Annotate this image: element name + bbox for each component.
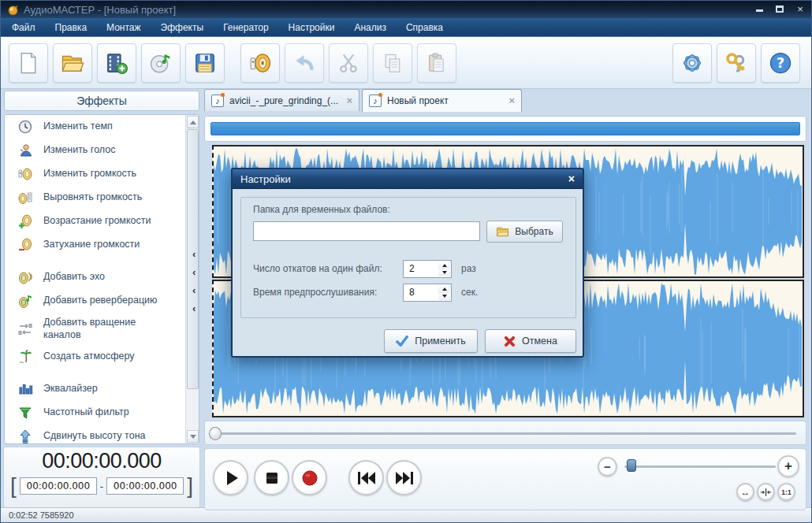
spinner-up-icon[interactable] [438, 262, 450, 269]
volume-fade-in-icon [17, 213, 33, 229]
effect-item-reverb[interactable]: Добавить реверберацию [5, 289, 199, 313]
spinner-down-icon[interactable] [438, 293, 450, 301]
undo-button[interactable] [285, 43, 324, 83]
collapse-panel-chevron-icon[interactable]: ‹ [192, 249, 200, 260]
open-folder-icon [61, 51, 84, 75]
minimize-button[interactable] [753, 4, 765, 15]
menu-help[interactable]: Справка [406, 22, 443, 33]
close-button[interactable]: × [794, 4, 806, 15]
zoom-in-button[interactable]: + [777, 455, 799, 477]
zoom-slider-track[interactable] [624, 466, 776, 468]
effect-item-volume[interactable]: Изменить громкость [5, 162, 199, 186]
maximize-button[interactable] [773, 4, 786, 15]
selection-end-field[interactable] [106, 477, 184, 495]
zoom-one-to-one-button[interactable]: 1:1 [777, 483, 795, 501]
spinner-up-icon[interactable] [438, 285, 450, 293]
track-overview-bar[interactable] [210, 122, 800, 135]
cancel-button[interactable]: Отмена [485, 329, 576, 353]
paste-button[interactable] [417, 43, 456, 83]
tab-label: avicii_-_pure_grinding_(... [229, 95, 338, 106]
temp-folder-input[interactable] [253, 221, 480, 241]
effect-item-tempo[interactable]: Изменить темп [5, 115, 199, 139]
track-overview-panel[interactable] [204, 116, 806, 142]
stop-icon [262, 468, 282, 488]
fit-to-width-button[interactable]: ↔ [736, 483, 754, 501]
undo-count-label: Число откатов на один файл: [253, 263, 382, 274]
menu-generator[interactable]: Генератор [223, 22, 268, 33]
copy-button[interactable] [373, 43, 412, 83]
apply-button-label: Применить [415, 336, 466, 347]
copy-icon [381, 51, 404, 75]
cut-icon [337, 51, 360, 75]
collapse-panel-chevron-icon[interactable]: ‹ [192, 267, 200, 278]
play-button[interactable] [213, 460, 248, 495]
volume-fade-out-icon [17, 237, 33, 253]
help-button[interactable]: ? [761, 43, 800, 83]
scroll-track[interactable] [216, 432, 796, 435]
preview-time-label: Время предпрослушивания: [253, 287, 377, 298]
dialog-close-icon[interactable]: × [568, 173, 575, 184]
tab-bar: ♪ avicii_-_pure_grinding_(... × ♪ Новый … [204, 89, 806, 112]
effect-item-fade-out[interactable]: Затухание громкости [5, 233, 199, 257]
menu-effects[interactable]: Эффекты [161, 22, 204, 33]
preview-time-value: 8 [409, 287, 415, 298]
effect-item-echo[interactable]: Добавить эхо [5, 265, 199, 289]
effect-item-pitch-shift[interactable]: Сдвинуть высоту тона [5, 425, 199, 444]
record-sound-button[interactable] [240, 43, 280, 83]
effects-scrollbar[interactable] [185, 115, 199, 443]
effect-item-frequency-filter[interactable]: Частотный фильтр [5, 401, 199, 425]
spinner-down-icon[interactable] [438, 269, 450, 277]
preview-time-spinner[interactable]: 8 [403, 284, 452, 302]
scroll-down-arrow-icon[interactable] [187, 430, 199, 443]
tab-close-icon[interactable]: × [346, 96, 352, 106]
settings-gear-icon [680, 51, 704, 75]
title-bar: АудиоМАСТЕР - [Новый проект] × [1, 1, 812, 18]
menu-montage[interactable]: Монтаж [106, 22, 141, 33]
menu-settings[interactable]: Настройки [289, 22, 335, 33]
cut-button[interactable] [329, 43, 368, 83]
effect-label: Добавить эхо [43, 271, 169, 284]
collapse-panel-chevron-icon[interactable]: ‹ [192, 303, 200, 314]
effect-item-fade-in[interactable]: Возрастание громкости [5, 210, 199, 233]
collapse-panel-chevron-icon[interactable]: ‹ [192, 285, 200, 296]
effect-label: Изменить громкость [43, 168, 169, 180]
scroll-knob[interactable] [209, 427, 222, 440]
apply-button[interactable]: Применить [384, 329, 478, 353]
effect-label: Частотный фильтр [43, 406, 169, 419]
record-button[interactable] [292, 460, 327, 495]
registration-key-button[interactable] [717, 43, 756, 83]
fit-selection-button[interactable] [757, 483, 775, 501]
license-key-icon [724, 51, 748, 75]
menu-file[interactable]: Файл [12, 22, 35, 33]
zoom-out-button[interactable]: − [598, 457, 617, 477]
temp-folder-label: Папка для временных файлов: [253, 204, 390, 215]
undo-count-spinner[interactable]: 2 [403, 260, 452, 278]
settings-button[interactable] [672, 43, 712, 83]
selection-start-field[interactable] [20, 477, 97, 495]
effect-item-atmosphere[interactable]: Создать атмосферу [5, 345, 199, 369]
effect-item-equalizer[interactable]: Эквалайзер [5, 377, 199, 401]
tab-avicii[interactable]: ♪ avicii_-_pure_grinding_(... × [204, 89, 359, 111]
effect-item-normalize[interactable]: Выровнять громкость [5, 186, 199, 210]
skip-to-start-button[interactable] [348, 460, 384, 495]
import-from-video-button[interactable] [97, 43, 136, 83]
tab-close-icon[interactable]: × [508, 96, 515, 106]
menu-analysis[interactable]: Анализ [354, 22, 386, 33]
stop-button[interactable] [254, 460, 289, 495]
open-folder-button[interactable] [53, 43, 92, 83]
new-file-icon [17, 51, 40, 75]
browse-button[interactable]: Выбрать [486, 221, 563, 243]
skip-to-end-button[interactable] [386, 460, 422, 495]
effect-item-voice[interactable]: Изменить голос [5, 139, 199, 162]
scroll-up-arrow-icon[interactable] [187, 116, 199, 128]
grab-from-cd-button[interactable] [141, 43, 181, 83]
save-button[interactable] [185, 43, 225, 83]
zoom-slider-handle[interactable] [627, 459, 636, 472]
effect-item-channel-rotation[interactable]: Добавить вращение каналов [5, 313, 199, 345]
normalize-volume-icon [17, 190, 33, 206]
tab-new-project[interactable]: ♪ Новый проект × [362, 89, 522, 112]
new-file-button[interactable] [9, 43, 48, 83]
playback-control-bar: − + ↔ 1:1 [204, 448, 806, 510]
settings-dialog: Настройки × Папка для временных файлов: … [231, 168, 584, 358]
menu-edit[interactable]: Правка [55, 22, 88, 33]
